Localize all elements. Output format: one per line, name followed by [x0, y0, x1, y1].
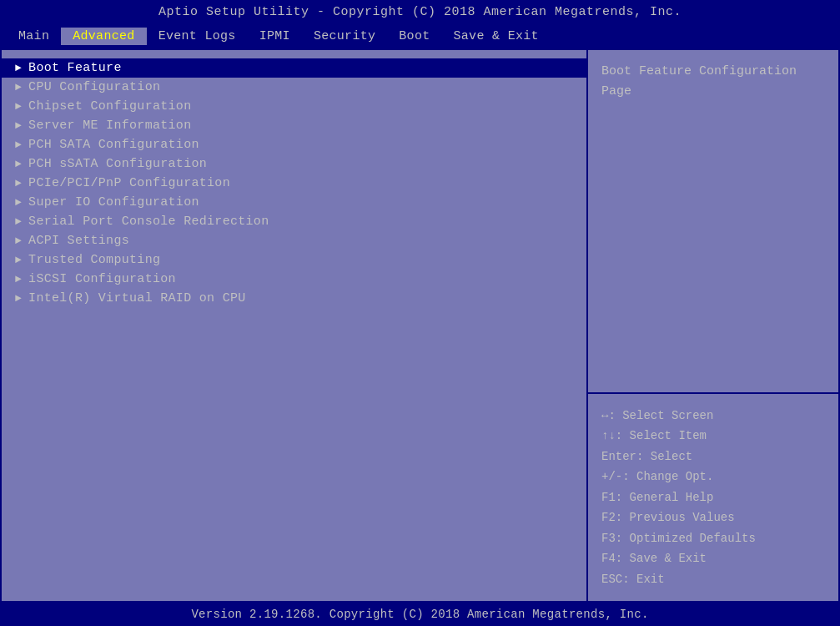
- entry-arrow-icon: ►: [15, 81, 22, 93]
- help-line: +/-: Change Opt.: [601, 467, 825, 487]
- help-line: ↑↓: Select Item: [601, 426, 825, 447]
- menu-item-boot[interactable]: Boot: [387, 28, 441, 45]
- title-bar: Aptio Setup Utility - Copyright (C) 2018…: [0, 0, 840, 24]
- entry-arrow-icon: ►: [15, 215, 22, 228]
- title-text: Aptio Setup Utility - Copyright (C) 2018…: [158, 5, 682, 19]
- entry-arrow-icon: ►: [15, 292, 22, 305]
- left-panel: ►Boot Feature►CPU Configuration►Chipset …: [2, 50, 588, 601]
- help-line: F2: Previous Values: [601, 507, 825, 528]
- entry-arrow-icon: ►: [15, 254, 22, 266]
- right-panel: Boot Feature ConfigurationPage ↔: Select…: [588, 50, 838, 601]
- menu-entry-pch-sata-configuration[interactable]: ►PCH SATA Configuration: [2, 135, 586, 154]
- entry-arrow-icon: ►: [15, 177, 22, 189]
- help-line: F3: Optimized Defaults: [601, 528, 825, 549]
- footer: Version 2.19.1268. Copyright (C) 2018 Am…: [0, 603, 840, 626]
- entry-label: Trusted Computing: [28, 253, 160, 267]
- entry-label: Server ME Information: [28, 119, 191, 133]
- entry-label: Serial Port Console Redirection: [28, 215, 269, 229]
- menu-item-security[interactable]: Security: [302, 28, 387, 45]
- menu-entry-iscsi-configuration[interactable]: ►iSCSI Configuration: [2, 270, 586, 289]
- menu-entry-intel-r-virtual-raid-on-cpu[interactable]: ►Intel(R) Virtual RAID on CPU: [2, 289, 586, 308]
- help-line: ESC: Exit: [601, 569, 825, 590]
- entry-label: Boot Feature: [28, 61, 122, 75]
- menu-entry-trusted-computing[interactable]: ►Trusted Computing: [2, 250, 586, 270]
- entry-label: PCIe/PCI/PnP Configuration: [28, 176, 230, 190]
- menu-entry-pch-ssata-configuration[interactable]: ►PCH sSATA Configuration: [2, 154, 586, 174]
- footer-text: Version 2.19.1268. Copyright (C) 2018 Am…: [191, 608, 648, 621]
- menu-item-ipmi[interactable]: IPMI: [248, 28, 302, 45]
- entry-arrow-icon: ►: [15, 235, 22, 247]
- bios-screen: Aptio Setup Utility - Copyright (C) 2018…: [0, 0, 840, 626]
- entry-label: iSCSI Configuration: [28, 272, 176, 286]
- menu-entry-serial-port-console-redirection[interactable]: ►Serial Port Console Redirection: [2, 212, 586, 231]
- right-info: Boot Feature ConfigurationPage: [588, 50, 838, 394]
- menu-entry-acpi-settings[interactable]: ►ACPI Settings: [2, 231, 586, 250]
- entry-label: PCH SATA Configuration: [28, 138, 199, 152]
- menu-item-main[interactable]: Main: [7, 28, 61, 45]
- menu-bar: MainAdvancedEvent LogsIPMISecurityBootSa…: [0, 24, 840, 48]
- menu-entry-super-io-configuration[interactable]: ►Super IO Configuration: [2, 193, 586, 212]
- entry-arrow-icon: ►: [15, 62, 22, 74]
- entry-label: Super IO Configuration: [28, 195, 199, 210]
- entry-arrow-icon: ►: [15, 139, 22, 151]
- menu-entry-server-me-information[interactable]: ►Server ME Information: [2, 116, 586, 135]
- entry-label: PCH sSATA Configuration: [28, 157, 207, 171]
- entry-arrow-icon: ►: [15, 158, 22, 170]
- menu-entry-pcie-pci-pnp-configuration[interactable]: ►PCIe/PCI/PnP Configuration: [2, 174, 586, 193]
- help-line: Enter: Select: [601, 447, 825, 467]
- entry-arrow-icon: ►: [15, 273, 22, 285]
- menu-item-save-&-exit[interactable]: Save & Exit: [442, 28, 551, 45]
- help-line: F4: Save & Exit: [601, 548, 825, 569]
- content-area: ►Boot Feature►CPU Configuration►Chipset …: [0, 48, 840, 603]
- menu-item-advanced[interactable]: Advanced: [61, 28, 146, 45]
- entry-label: ACPI Settings: [28, 234, 129, 248]
- menu-item-event-logs[interactable]: Event Logs: [147, 28, 248, 45]
- help-line: ↔: Select Screen: [601, 406, 825, 427]
- entry-arrow-icon: ►: [15, 100, 22, 113]
- menu-entry-boot-feature[interactable]: ►Boot Feature: [2, 58, 586, 78]
- help-line: F1: General Help: [601, 487, 825, 508]
- entry-arrow-icon: ►: [15, 119, 22, 132]
- entry-arrow-icon: ►: [15, 196, 22, 209]
- entry-label: Chipset Configuration: [28, 99, 191, 114]
- menu-entry-cpu-configuration[interactable]: ►CPU Configuration: [2, 78, 586, 97]
- menu-entry-chipset-configuration[interactable]: ►Chipset Configuration: [2, 97, 586, 116]
- entry-label: Intel(R) Virtual RAID on CPU: [28, 291, 245, 305]
- entry-label: CPU Configuration: [28, 80, 160, 94]
- right-help: ↔: Select Screen↑↓: Select ItemEnter: Se…: [588, 394, 838, 602]
